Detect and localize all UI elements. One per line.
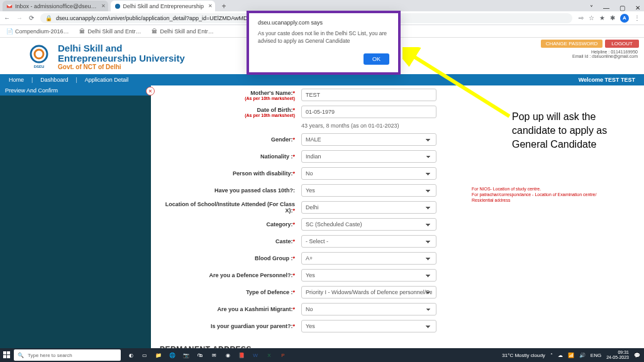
store-icon[interactable]: 🛍 — [195, 350, 205, 360]
extensions-icon[interactable]: ★ — [599, 14, 605, 21]
site-icon: 🏛 — [79, 28, 86, 35]
profile-avatar[interactable]: A — [620, 14, 629, 23]
svg-text:DSEU: DSEU — [34, 65, 45, 69]
category-label: Category:* — [160, 221, 301, 228]
maximize-icon[interactable]: ▢ — [619, 4, 625, 11]
svg-rect-8 — [7, 355, 10, 358]
chevron-down-icon[interactable]: ˅ — [590, 4, 593, 11]
browser-tab[interactable]: Inbox - admissionoffice@dseu… ✕ — [3, 1, 108, 11]
chrome-icon[interactable]: ◉ — [223, 350, 233, 360]
sidebar-title: Preview And Confirm — [0, 85, 151, 96]
bookmark-item[interactable]: 📄Compendium-2016… — [6, 28, 69, 35]
taskbar: 🔍 Type here to search ◐ ▭ 📁 🌐 📷 🛍 ✉ ◉ 📕 … — [0, 348, 644, 362]
new-tab-button[interactable]: + — [219, 1, 229, 11]
bookmark-item[interactable]: 🏛Delhi Skill and Entr… — [152, 28, 214, 35]
pdf-icon: 📄 — [6, 28, 13, 35]
dseu-logo: DSEU — [25, 43, 53, 70]
edge-icon[interactable]: 🌐 — [167, 350, 177, 360]
blood-label: Blood Group :* — [160, 255, 301, 261]
svg-point-0 — [115, 4, 120, 9]
language-indicator[interactable]: ENG — [591, 353, 601, 358]
kashmiri-label: Are you a Kashmiri Migrant:* — [160, 306, 301, 312]
guardian-label: Is your guardian your parent?:* — [160, 323, 301, 329]
start-button[interactable] — [0, 351, 14, 359]
category-select[interactable]: SC (Scheduled Caste) — [301, 218, 436, 231]
nationality-select[interactable]: Indian — [301, 150, 436, 163]
search-icon: 🔍 — [18, 353, 24, 358]
powerpoint-icon[interactable]: P — [278, 350, 288, 360]
mail-icon[interactable]: ✉ — [209, 350, 219, 360]
svg-rect-7 — [3, 355, 6, 358]
school-loc-note: For NIOS- Location of study centre. For … — [472, 186, 616, 203]
cortana-icon[interactable]: ◐ — [126, 350, 136, 360]
defence-select[interactable]: Yes — [301, 269, 436, 282]
alert-host: dseu.ucanapply.com says — [258, 19, 389, 26]
school-loc-select[interactable]: Delhi — [301, 201, 436, 214]
minimize-icon[interactable]: — — [603, 4, 609, 11]
sidebar: Preview And Confirm × — [0, 85, 151, 362]
logout-button[interactable]: LOGOUT — [605, 40, 639, 48]
alert-ok-button[interactable]: OK — [364, 53, 389, 65]
age-note: 43 years, 8 months (as on 01-01-2023) — [301, 123, 399, 129]
js-alert: dseu.ucanapply.com says As your caste do… — [247, 11, 401, 75]
annotation-text: Pop up will ask the candidate to apply a… — [512, 110, 631, 151]
close-icon[interactable]: ✕ — [101, 3, 106, 9]
nav-home[interactable]: Home — [5, 77, 28, 83]
reload-icon[interactable]: ⟳ — [29, 14, 34, 21]
weather-widget[interactable]: 31°C Mostly cloudy — [502, 353, 545, 358]
passed10-label: Have you passed class 10th?: — [160, 187, 301, 194]
word-icon[interactable]: W — [250, 350, 260, 360]
caste-label: Caste:* — [160, 238, 301, 244]
defence-type-label: Type of Defence :* — [160, 289, 301, 295]
camera-icon[interactable]: 📷 — [181, 350, 191, 360]
nav-dashboard[interactable]: Dashboard — [36, 77, 72, 83]
change-password-button[interactable]: CHANGE PASSWORD — [541, 40, 603, 48]
blood-select[interactable]: A+ — [301, 252, 436, 265]
search-placeholder: Type here to search — [28, 353, 72, 358]
svg-line-4 — [409, 53, 509, 116]
site-icon: 🏛 — [152, 28, 158, 35]
back-icon[interactable]: ← — [4, 14, 10, 21]
task-view-icon[interactable]: ▭ — [140, 350, 150, 360]
svg-rect-5 — [3, 351, 6, 354]
gender-label: Gender:* — [160, 136, 301, 143]
notifications-icon[interactable]: 💬 — [634, 353, 640, 358]
forward-icon[interactable]: → — [16, 14, 23, 21]
bookmark-icon[interactable]: ☆ — [589, 14, 594, 21]
pwd-select[interactable]: No — [301, 167, 436, 180]
guardian-select[interactable]: Yes — [301, 320, 436, 332]
excel-icon[interactable]: X — [264, 350, 274, 360]
pdf-icon[interactable]: 📕 — [236, 350, 247, 360]
nav-application-detail[interactable]: Application Detail — [81, 77, 133, 83]
alert-message: As your caste does not lie in the Delhi … — [258, 30, 389, 45]
browser-tab-strip: Inbox - admissionoffice@dseu… ✕ Delhi Sk… — [0, 0, 644, 11]
annotation-arrow — [402, 47, 516, 123]
caste-select[interactable]: - Select - — [301, 235, 436, 248]
svg-point-1 — [31, 46, 47, 62]
share-icon[interactable]: ⇨ — [579, 14, 584, 21]
kebab-icon[interactable]: ⋮ — [634, 14, 640, 21]
puzzle-icon[interactable]: ✱ — [610, 14, 615, 21]
volume-icon[interactable]: 🔊 — [579, 353, 586, 358]
tab-title: Inbox - admissionoffice@dseu… — [15, 3, 97, 9]
clock[interactable]: 09:31 24-05-2023 — [606, 350, 629, 360]
tray-chevron-icon[interactable]: ˄ — [550, 353, 553, 358]
browser-tab-active[interactable]: Delhi Skill and Entrepreneurship ✕ — [111, 1, 216, 11]
kashmiri-select[interactable]: No — [301, 303, 436, 315]
brand-sub: Govt. of NCT of Delhi — [58, 63, 185, 70]
wifi-icon[interactable]: 📶 — [568, 353, 574, 358]
defence-type-select[interactable]: Priority I - Widows/Wards of Defence per… — [301, 286, 436, 299]
system-tray: 31°C Mostly cloudy ˄ ☁ 📶 🔊 ENG 09:31 24-… — [502, 350, 644, 360]
passed10-select[interactable]: Yes — [301, 184, 436, 197]
onedrive-icon[interactable]: ☁ — [558, 353, 563, 358]
bookmark-item[interactable]: 🏛Delhi Skill and Entr… — [79, 28, 142, 35]
defence-label: Are you a Defence Personnel?:* — [160, 272, 301, 278]
explorer-icon[interactable]: 📁 — [153, 350, 164, 360]
brand-line2: Entrepreneurship University — [58, 53, 185, 63]
close-icon[interactable]: ✕ — [208, 3, 213, 9]
nav-welcome: Welcome TEST TEST — [575, 77, 639, 83]
navbar: Home| Dashboard| Application Detail Welc… — [0, 74, 644, 85]
close-window-icon[interactable]: ✕ — [635, 4, 640, 11]
gender-select[interactable]: MALE — [301, 133, 436, 146]
taskbar-search[interactable]: 🔍 Type here to search — [14, 349, 121, 361]
